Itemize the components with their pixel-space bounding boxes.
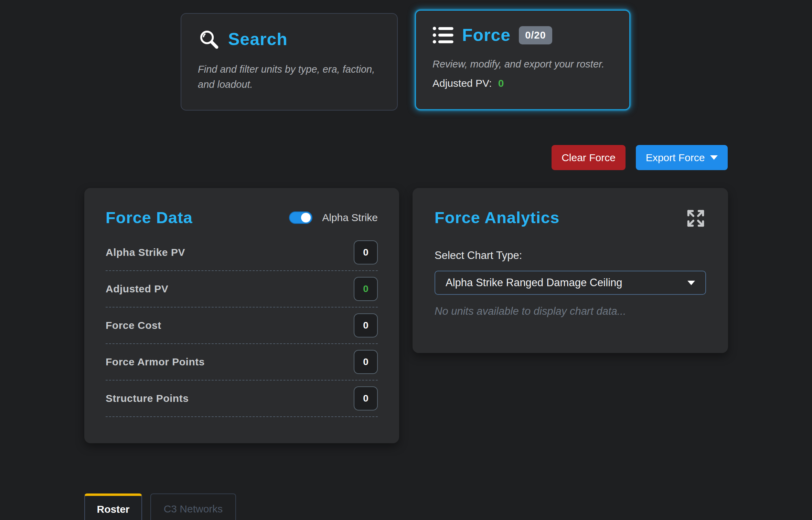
force-data-row-value: 0 — [354, 386, 378, 410]
force-data-title: Force Data — [106, 208, 193, 227]
force-data-row: Adjusted PV 0 — [106, 271, 378, 308]
force-data-row: Structure Points 0 — [106, 381, 378, 417]
list-icon — [432, 25, 454, 45]
force-data-row-label: Force Armor Points — [106, 356, 205, 368]
caret-down-icon — [710, 155, 718, 160]
alpha-strike-toggle[interactable] — [289, 211, 312, 224]
force-data-row-value: 0 — [354, 313, 378, 337]
force-analytics-title: Force Analytics — [435, 208, 559, 227]
clear-force-label: Clear Force — [562, 152, 616, 164]
toggle-knob — [301, 213, 311, 222]
force-data-row-value: 0 — [354, 240, 378, 264]
force-card-adjusted-pv: Adjusted PV: 0 — [432, 77, 613, 89]
search-card-description: Find and filter units by type, era, fact… — [198, 62, 381, 92]
force-data-header: Force Data Alpha Strike — [106, 208, 378, 227]
clear-force-button[interactable]: Clear Force — [552, 145, 626, 170]
force-card-title: Force — [462, 25, 511, 45]
export-force-label: Export Force — [646, 152, 705, 164]
force-data-row-value: 0 — [354, 350, 378, 374]
force-data-row: Force Cost 0 — [106, 308, 378, 344]
force-card-description: Review, modify, and export your roster. — [432, 57, 613, 72]
force-data-row-label: Adjusted PV — [106, 283, 168, 295]
alpha-strike-toggle-label: Alpha Strike — [322, 212, 378, 223]
search-card-title: Search — [228, 29, 288, 49]
tab-roster[interactable]: Roster — [84, 493, 142, 520]
export-force-button[interactable]: Export Force — [636, 145, 728, 170]
force-data-row: Alpha Strike PV 0 — [106, 235, 378, 271]
force-data-row-label: Force Cost — [106, 320, 161, 331]
adjusted-pv-value: 0 — [498, 77, 504, 89]
search-icon — [198, 28, 220, 50]
force-data-row: Force Armor Points 0 — [106, 344, 378, 381]
force-data-row-label: Structure Points — [106, 393, 189, 404]
analytics-empty-message: No units available to display chart data… — [435, 305, 706, 318]
bottom-tab-bar: Roster C3 Networks — [84, 493, 236, 520]
chart-type-select-label: Select Chart Type: — [435, 249, 706, 262]
force-data-rows: Alpha Strike PV 0 Adjusted PV 0 Force Co… — [106, 235, 378, 417]
force-data-row-value: 0 — [354, 277, 378, 301]
tab-c3-networks-label: C3 Networks — [164, 503, 223, 520]
force-data-row-label: Alpha Strike PV — [106, 247, 185, 258]
chart-type-selected-value: Alpha Strike Ranged Damage Ceiling — [446, 277, 622, 289]
expand-arrows-icon[interactable] — [685, 208, 706, 229]
force-card-header: Force 0/20 — [432, 25, 613, 45]
tab-roster-label: Roster — [97, 503, 129, 520]
search-nav-card[interactable]: Search Find and filter units by type, er… — [181, 13, 398, 111]
force-unit-count-badge: 0/20 — [519, 26, 552, 44]
force-analytics-panel: Force Analytics Select Chart Type: Alpha… — [413, 188, 728, 353]
chart-type-select[interactable]: Alpha Strike Ranged Damage Ceiling — [435, 271, 706, 295]
tab-c3-networks[interactable]: C3 Networks — [150, 493, 236, 520]
force-builder-page: Search Find and filter units by type, er… — [0, 0, 812, 520]
caret-down-icon — [687, 281, 695, 285]
force-data-panel: Force Data Alpha Strike Alpha Strike PV … — [84, 188, 399, 443]
force-nav-card[interactable]: Force 0/20 Review, modify, and export yo… — [415, 10, 630, 110]
search-card-header: Search — [198, 28, 381, 50]
adjusted-pv-label: Adjusted PV: — [432, 77, 492, 89]
force-analytics-header: Force Analytics — [435, 208, 706, 229]
alpha-strike-toggle-group: Alpha Strike — [289, 211, 378, 224]
